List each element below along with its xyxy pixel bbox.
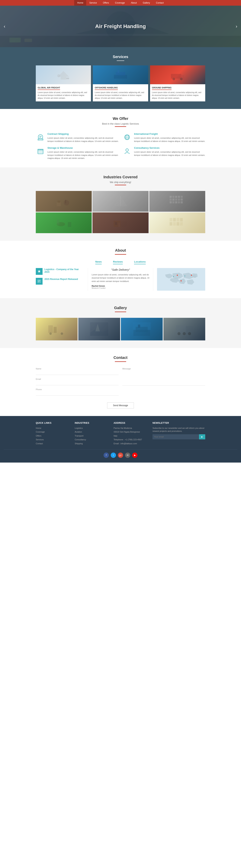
- svg-rect-61: [118, 223, 120, 227]
- message-input[interactable]: [123, 371, 205, 386]
- svg-rect-69: [177, 222, 179, 225]
- offer-content-1: International Freight Lorem ipsum dolor …: [134, 132, 205, 143]
- world-map: [157, 268, 205, 291]
- offer-underline: [115, 126, 126, 127]
- contact-right: Message: [123, 368, 205, 399]
- about-tab-news[interactable]: News: [95, 260, 102, 264]
- phone-label: Phone: [36, 388, 118, 391]
- nav-gallery[interactable]: Gallery: [140, 0, 153, 6]
- industry-img-5: [149, 212, 205, 233]
- svg-rect-43: [175, 196, 177, 198]
- svg-rect-50: [181, 198, 183, 200]
- newsletter-input[interactable]: [152, 434, 199, 439]
- svg-rect-51: [170, 201, 172, 204]
- nav-contact[interactable]: Contact: [153, 0, 167, 6]
- footer: QUICK LINKS Home Coverage Offers Service…: [0, 416, 241, 463]
- footer-ind-consultancy[interactable]: Consultancy: [75, 438, 110, 441]
- about-tab-locations[interactable]: Locations: [134, 260, 145, 264]
- svg-point-6: [57, 74, 60, 77]
- about-content: Logistics - Company of the Year 2015 201…: [36, 268, 205, 291]
- svg-rect-66: [180, 218, 183, 221]
- footer-link-home[interactable]: Home: [36, 427, 71, 430]
- offer-content-2: Storage & Warehouse Lorem ipsum dolor si…: [47, 147, 118, 160]
- footer-ind-transport[interactable]: Transport: [75, 434, 110, 437]
- news-item-0: Logistics - Company of the Year 2015: [36, 268, 84, 275]
- news-link-1[interactable]: 2015 Revenue Report Released: [44, 278, 78, 280]
- name-input[interactable]: [36, 371, 118, 375]
- service-card-text-0: Lorem ipsum dolor sit amet, consectetur …: [38, 91, 89, 99]
- footer-ind-logistics[interactable]: Logistics: [75, 427, 110, 430]
- service-card-title-0: GLOBAL AIR FREIGHT: [38, 87, 60, 90]
- news-link-0[interactable]: Logistics - Company of the Year 2015: [44, 268, 84, 273]
- social-email[interactable]: ✉: [125, 453, 130, 458]
- industry-img-1: [93, 191, 148, 212]
- footer-ind-aviation[interactable]: Aviation: [75, 430, 110, 434]
- svg-rect-82: [54, 327, 57, 333]
- svg-point-78: [180, 280, 182, 281]
- phone-input[interactable]: [36, 391, 118, 396]
- footer-link-services[interactable]: Services: [36, 438, 71, 441]
- contact-left: Name Email Phone: [36, 368, 118, 399]
- news-text-0: Logistics - Company of the Year 2015: [44, 268, 84, 274]
- svg-rect-45: [172, 198, 175, 200]
- footer-link-offers[interactable]: Offers: [36, 434, 71, 437]
- offer-item-3: Consultancy Services Lorem ipsum dolor s…: [123, 147, 205, 160]
- svg-text:STORAGE: STORAGE: [38, 149, 43, 150]
- industries-heading: Industries Covered: [4, 175, 237, 179]
- social-youtube[interactable]: ▶: [132, 453, 137, 458]
- industry-img-2: [149, 191, 205, 212]
- social-twitter[interactable]: t: [111, 453, 116, 458]
- service-card-text-1: Lorem ipsum dolor sit amet, consectetur …: [95, 91, 146, 99]
- svg-rect-9: [116, 72, 125, 75]
- nav-about[interactable]: About: [128, 0, 140, 6]
- address-line-2: Italy: [113, 434, 149, 437]
- nav-home[interactable]: Home: [74, 0, 86, 6]
- gallery-section: Gallery: [0, 298, 241, 348]
- footer-ind-shipping[interactable]: Shipping: [75, 442, 110, 445]
- footer-link-contact[interactable]: Contact: [36, 442, 71, 445]
- offer-text-3: Lorem ipsum dolor sit amet, consectetur …: [134, 150, 205, 157]
- email-input[interactable]: [36, 381, 118, 385]
- svg-rect-55: [181, 201, 183, 204]
- hero-title: Air Freight Handling: [95, 23, 146, 29]
- message-field: Message: [123, 368, 205, 386]
- review-author: Rachel Green: [92, 285, 149, 287]
- svg-point-80: [184, 276, 185, 276]
- nav-service[interactable]: Service: [86, 0, 100, 6]
- nav-coverage[interactable]: Coverage: [112, 0, 128, 6]
- about-reviews-panel: "Safe Delivery" Lorem ipsum dolor sit am…: [88, 268, 153, 291]
- service-card-1: OFFSHORE HANDLING Lorem ipsum dolor sit …: [93, 65, 148, 101]
- svg-rect-53: [175, 201, 177, 204]
- svg-rect-62: [121, 221, 127, 227]
- social-facebook[interactable]: f: [104, 453, 109, 458]
- svg-rect-70: [180, 222, 183, 225]
- about-locations-panel: [157, 268, 205, 291]
- svg-rect-83: [58, 324, 65, 333]
- offer-item-0: Contract Shipping Lorem ipsum dolor sit …: [36, 132, 118, 143]
- svg-point-85: [61, 332, 63, 335]
- svg-rect-46: [175, 198, 177, 200]
- send-button[interactable]: Send Message: [107, 402, 134, 408]
- service-card-body-2: GROUND SHIPPING Lorem ipsum dolor sit am…: [150, 84, 205, 101]
- address-line-4: Email : info@taikaux.com: [113, 442, 149, 445]
- svg-rect-4: [9, 38, 21, 42]
- hero-next-arrow[interactable]: ›: [234, 22, 239, 31]
- address-heading: ADDRESS: [113, 422, 149, 424]
- footer-link-coverage[interactable]: Coverage: [36, 430, 71, 434]
- industry-img-3: [36, 212, 92, 233]
- address-line-0: Parma Via Moderna: [113, 427, 149, 430]
- social-googleplus[interactable]: g+: [118, 453, 123, 458]
- main-nav[interactable]: Home Service Offers Coverage About Galle…: [0, 0, 241, 6]
- about-underline: [115, 254, 126, 255]
- svg-rect-60: [115, 222, 117, 225]
- email-label: Email: [36, 378, 118, 380]
- gallery-underline: [115, 312, 126, 312]
- service-card-text-2: Lorem ipsum dolor sit amet, consectetur …: [152, 91, 203, 99]
- newsletter-submit[interactable]: ►: [199, 434, 205, 439]
- offer-title-1: International Freight: [134, 132, 205, 135]
- about-tab-reviews[interactable]: Reviews: [113, 260, 123, 264]
- nav-offers[interactable]: Offers: [100, 0, 112, 6]
- hero-prev-arrow[interactable]: ‹: [2, 22, 7, 31]
- svg-rect-36: [58, 200, 61, 203]
- newsletter-form: ►: [152, 434, 205, 439]
